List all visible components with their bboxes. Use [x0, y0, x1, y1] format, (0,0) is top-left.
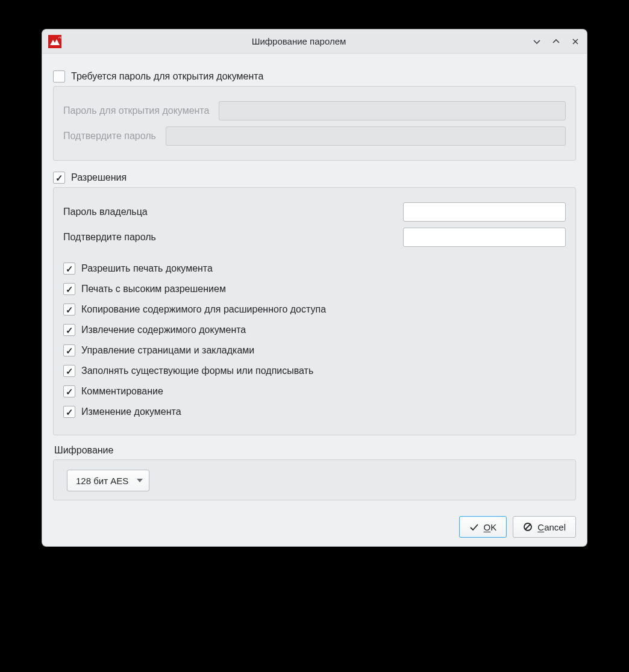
perm-item: Копирование содержимого для расширенного…	[63, 303, 566, 316]
ok-button-label: OK	[484, 522, 497, 532]
permissions-row: Разрешения	[53, 172, 576, 184]
open-password-panel: Пароль для открытия документа Подтвердит…	[53, 86, 576, 161]
owner-password-confirm-label: Подтвердите пароль	[63, 232, 156, 243]
owner-password-confirm-input[interactable]	[403, 228, 566, 247]
owner-password-label: Пароль владельца	[63, 207, 148, 217]
encryption-combo[interactable]: 128 бит AES	[67, 470, 149, 491]
open-password-label: Пароль для открытия документа	[63, 105, 209, 116]
perm-label: Извлечение содержимого документа	[81, 325, 246, 335]
perm-checkbox-print-highres[interactable]	[63, 283, 75, 295]
dialog-window: PDF Шифрование паролем Требуется пароль …	[42, 29, 587, 547]
perm-checkbox-fill-forms[interactable]	[63, 365, 75, 377]
owner-password-row: Пароль владельца	[63, 202, 566, 222]
check-icon	[469, 522, 479, 532]
perm-checkbox-manage-pages[interactable]	[63, 344, 75, 356]
encryption-selected: 128 бит AES	[76, 476, 128, 486]
svg-text:PDF: PDF	[58, 36, 61, 39]
perm-item: Изменение документа	[63, 406, 566, 418]
chevron-down-icon	[137, 479, 143, 482]
window-title: Шифрование паролем	[66, 36, 531, 46]
perm-checkbox-print[interactable]	[63, 263, 75, 275]
perm-label: Управление страницами и закладками	[81, 345, 254, 356]
minimize-button[interactable]	[531, 36, 542, 47]
dialog-buttons: OK Cancel	[53, 500, 576, 538]
cancel-button-label: Cancel	[537, 522, 566, 532]
svg-line-5	[525, 524, 530, 529]
perm-checkbox-modify[interactable]	[63, 406, 75, 418]
permissions-list: Разрешить печать документа Печать с высо…	[63, 263, 566, 418]
perm-label: Заполнять существующие формы или подписы…	[81, 366, 313, 376]
require-open-password-row: Требуется пароль для открытия документа	[53, 70, 576, 82]
perm-item: Разрешить печать документа	[63, 263, 566, 275]
perm-label: Комментирование	[81, 386, 163, 397]
open-password-input	[219, 101, 566, 120]
perm-checkbox-copy-accessibility[interactable]	[63, 303, 75, 316]
perm-item: Заполнять существующие формы или подписы…	[63, 365, 566, 377]
window-controls	[531, 36, 581, 47]
permissions-panel: Пароль владельца Подтвердите пароль Разр…	[53, 187, 576, 435]
cancel-icon	[523, 522, 533, 532]
require-open-password-label: Требуется пароль для открытия документа	[71, 71, 263, 82]
owner-password-confirm-row: Подтвердите пароль	[63, 228, 566, 247]
encryption-label: Шифрование	[54, 445, 576, 456]
app-icon: PDF	[48, 35, 61, 48]
cancel-button[interactable]: Cancel	[513, 516, 576, 538]
open-password-confirm-row: Подтвердите пароль	[63, 126, 566, 146]
perm-item: Комментирование	[63, 385, 566, 397]
ok-button[interactable]: OK	[459, 516, 507, 538]
owner-password-input[interactable]	[403, 202, 566, 222]
perm-label: Печать с высоким разрешением	[81, 284, 226, 294]
perm-item: Печать с высоким разрешением	[63, 283, 566, 295]
dialog-content: Требуется пароль для открытия документа …	[42, 54, 587, 546]
open-password-confirm-label: Подтвердите пароль	[63, 131, 156, 142]
open-password-confirm-input	[166, 126, 566, 146]
perm-label: Изменение документа	[81, 406, 181, 417]
require-open-password-checkbox[interactable]	[53, 70, 65, 82]
perm-checkbox-commenting[interactable]	[63, 385, 75, 397]
maximize-button[interactable]	[551, 36, 562, 47]
perm-label: Разрешить печать документа	[81, 263, 213, 274]
titlebar: PDF Шифрование паролем	[42, 30, 587, 54]
perm-item: Извлечение содержимого документа	[63, 324, 566, 336]
permissions-label: Разрешения	[71, 172, 127, 183]
perm-item: Управление страницами и закладками	[63, 344, 566, 356]
encryption-panel: 128 бит AES	[53, 459, 576, 500]
perm-label: Копирование содержимого для расширенного…	[81, 304, 326, 315]
close-button[interactable]	[570, 36, 581, 47]
permissions-checkbox[interactable]	[53, 172, 65, 184]
open-password-row: Пароль для открытия документа	[63, 101, 566, 120]
perm-checkbox-extract[interactable]	[63, 324, 75, 336]
